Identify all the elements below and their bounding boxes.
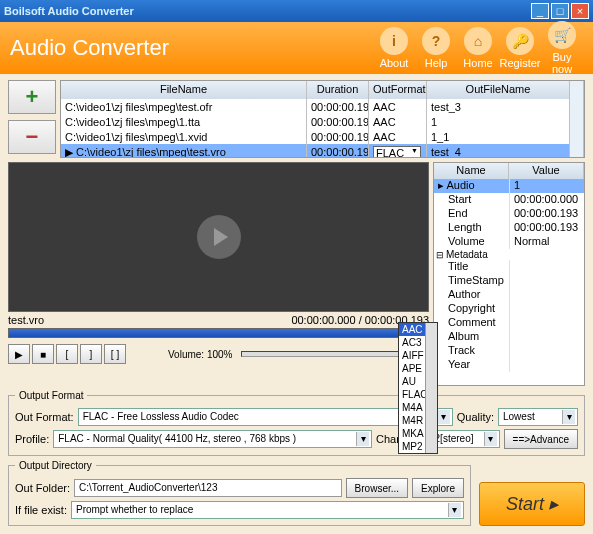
- outformat-label: Out Format:: [15, 411, 74, 423]
- stop-button[interactable]: ■: [32, 344, 54, 364]
- col-duration[interactable]: Duration: [307, 81, 369, 99]
- cart-icon: 🛒: [548, 21, 576, 49]
- preview-filename: test.vro: [8, 314, 291, 326]
- props-row[interactable]: End00:00:00.193: [434, 207, 584, 221]
- header: Audio Converter iAbout ?Help ⌂Home 🔑Regi…: [0, 22, 593, 74]
- col-filename[interactable]: FileName: [61, 81, 307, 99]
- format-dropdown-popup[interactable]: AACAC3AIFFAPEAUFLACM4AM4RMKAMP2: [398, 322, 438, 454]
- volume-label: Volume: 100%: [168, 349, 233, 360]
- home-button[interactable]: ⌂Home: [457, 27, 499, 69]
- table-row[interactable]: C:\video1\zj files\mpeg\1.xvid00:00:00.1…: [61, 129, 584, 144]
- props-row[interactable]: Album: [434, 330, 584, 344]
- props-metadata-group[interactable]: Metadata: [434, 249, 584, 260]
- help-icon: ?: [422, 27, 450, 55]
- scrollbar[interactable]: [570, 81, 584, 99]
- mark-in-button[interactable]: [: [56, 344, 78, 364]
- ifexist-select[interactable]: Prompt whether to replace: [71, 501, 464, 519]
- help-button[interactable]: ?Help: [415, 27, 457, 69]
- buynow-button[interactable]: 🛒Buy now: [541, 21, 583, 75]
- channels-select[interactable]: 2[stereo]: [430, 430, 500, 448]
- quality-label: Quality:: [457, 411, 494, 423]
- ifexist-label: If file exist:: [15, 504, 67, 516]
- props-row[interactable]: Copyright: [434, 302, 584, 316]
- window-title: Boilsoft Audio Converter: [4, 5, 529, 17]
- browse-button[interactable]: Browser...: [346, 478, 408, 498]
- start-button[interactable]: Start: [479, 482, 585, 526]
- titlebar: Boilsoft Audio Converter _ □ ×: [0, 0, 593, 22]
- home-icon: ⌂: [464, 27, 492, 55]
- play-icon[interactable]: [197, 215, 241, 259]
- file-table[interactable]: FileName Duration OutFormat OutFileName …: [60, 80, 585, 158]
- quality-select[interactable]: Lowest: [498, 408, 578, 426]
- remove-file-button[interactable]: −: [8, 120, 56, 154]
- profile-label: Profile:: [15, 433, 49, 445]
- col-outformat[interactable]: OutFormat: [369, 81, 427, 99]
- register-button[interactable]: 🔑Register: [499, 27, 541, 69]
- add-file-button[interactable]: +: [8, 80, 56, 114]
- props-row[interactable]: Start00:00:00.000: [434, 193, 584, 207]
- maximize-button[interactable]: □: [551, 3, 569, 19]
- props-col-value[interactable]: Value: [509, 163, 584, 179]
- clip-button[interactable]: [ ]: [104, 344, 126, 364]
- close-button[interactable]: ×: [571, 3, 589, 19]
- props-row[interactable]: Year: [434, 358, 584, 372]
- table-row[interactable]: ▶ C:\video1\zj files\mpeg\test.vro00:00:…: [61, 144, 584, 158]
- play-button[interactable]: ▶: [8, 344, 30, 364]
- props-row[interactable]: Author: [434, 288, 584, 302]
- explore-button[interactable]: Explore: [412, 478, 464, 498]
- info-icon: i: [380, 27, 408, 55]
- table-row[interactable]: C:\video1\zj files\mpeg\1.tta00:00:00.19…: [61, 114, 584, 129]
- key-icon: 🔑: [506, 27, 534, 55]
- props-row[interactable]: VolumeNormal: [434, 235, 584, 249]
- progress-bar[interactable]: [8, 328, 429, 338]
- output-format-group: Output Format Out Format: FLAC - Free Lo…: [8, 390, 585, 456]
- about-button[interactable]: iAbout: [373, 27, 415, 69]
- outformat-select[interactable]: FLAC - Free Lossless Audio Codec: [78, 408, 453, 426]
- advance-button[interactable]: ==>Advance: [504, 429, 578, 449]
- profile-select[interactable]: FLAC - Normal Quality( 44100 Hz, stereo …: [53, 430, 372, 448]
- preview-pane: [8, 162, 429, 312]
- col-outfilename[interactable]: OutFileName: [427, 81, 570, 99]
- props-col-name[interactable]: Name: [434, 163, 509, 179]
- props-row-audio[interactable]: ▸ Audio 1: [434, 179, 584, 193]
- outfolder-label: Out Folder:: [15, 482, 70, 494]
- props-row[interactable]: Comment: [434, 316, 584, 330]
- minimize-button[interactable]: _: [531, 3, 549, 19]
- props-row[interactable]: TimeStamp: [434, 274, 584, 288]
- props-row[interactable]: Track: [434, 344, 584, 358]
- mark-out-button[interactable]: ]: [80, 344, 102, 364]
- table-row[interactable]: C:\video1\zj files\mpeg\test.ofr00:00:00…: [61, 99, 584, 114]
- properties-panel[interactable]: Name Value ▸ Audio 1 Start00:00:00.000En…: [433, 162, 585, 386]
- output-directory-group: Output Directory Out Folder: C:\Torrent_…: [8, 460, 471, 526]
- outfolder-input[interactable]: C:\Torrent_AudioConverter\123: [74, 479, 342, 497]
- app-title: Audio Converter: [10, 35, 373, 61]
- props-row[interactable]: Length00:00:00.193: [434, 221, 584, 235]
- dropdown-scrollbar[interactable]: [425, 323, 437, 453]
- props-row[interactable]: Title: [434, 260, 584, 274]
